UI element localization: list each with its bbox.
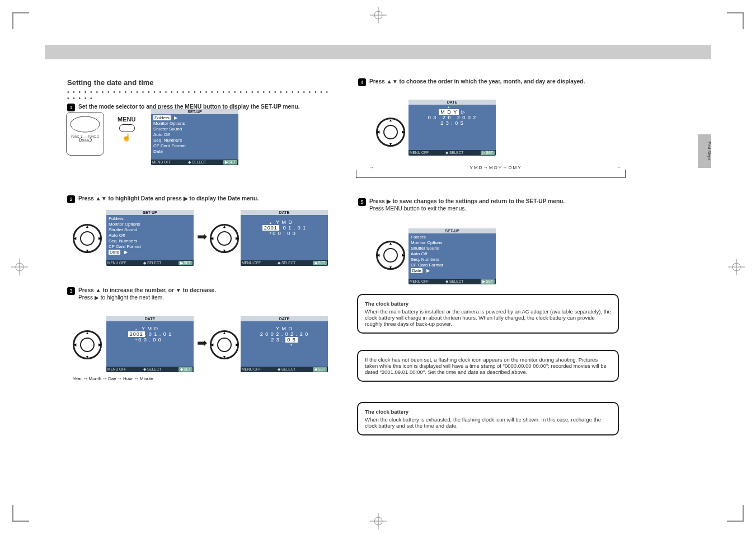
step-sub: Press ▶ to highlight the next item. (78, 294, 216, 301)
page-heading: Setting the date and time (67, 78, 330, 87)
flow-diagram: Year ↔ Month ↔ Day ↔ Hour ↔ Minute (73, 376, 153, 381)
info-body: When the main battery is installed or th… (365, 308, 611, 327)
info-box: If the clock has not been set, a flashin… (357, 350, 619, 382)
lcd-footer: MENU OFF◆ SELECT▶ SET (151, 160, 238, 165)
lcd-date: DATE Y M D 2002. 0 1 . 0 1 0 0 : 0 0 MEN… (106, 316, 194, 372)
lcd-title: SET-UP (151, 109, 238, 114)
step-text: Press ▶ to save changes to the settings … (369, 198, 565, 204)
lcd-list: Folders ▶ Monitor Options Shutter Sound … (151, 114, 238, 156)
lcd-date: DATE Y M D 2 0 0 2 . 0 3 . 2 0 2 3 : 0 5… (241, 316, 328, 372)
info-title: The clock battery (365, 301, 611, 307)
registration-mark (728, 259, 745, 275)
lcd-minute: 0 5 (285, 337, 298, 343)
step-number: 3 (67, 287, 75, 295)
right-arrow-icon: ➡ (197, 336, 207, 350)
lcd-item: Auto Off (109, 233, 191, 238)
multi-selector[interactable]: ▲▼◀▶ (376, 118, 402, 143)
lcd-setup: SET-UP Folders Monitor Options Shutter S… (408, 228, 496, 284)
right-arrow-icon: ➡ (197, 229, 207, 244)
header-band (45, 45, 711, 59)
registration-mark (370, 7, 387, 24)
info-body: If the clock has not been set, a flashin… (365, 357, 611, 375)
lcd-date: DATE Y M D 2001. 0 1 . 0 1 0 0 : 0 0 MEN… (241, 210, 328, 266)
svg-point-12 (71, 116, 100, 132)
lcd-setup-date: SET-UP Folders Monitor Options Shutter S… (106, 210, 194, 266)
step: 2 Press ▲▼ to highlight Date and press ▶… (67, 195, 330, 203)
lcd-item: Folders (153, 115, 171, 120)
step-number: 5 (358, 198, 366, 206)
info-box: The clock battery When the clock battery… (357, 402, 619, 435)
lcd-list: Folders Monitor Options Shutter Sound Au… (106, 215, 194, 256)
multi-selector[interactable]: ▲▼◀▶ (73, 224, 98, 250)
info-body: When the clock battery is exhausted, the… (365, 416, 611, 429)
step-number: 4 (358, 78, 366, 86)
multi-selector[interactable]: ▲▼◀▶ (376, 241, 402, 266)
lcd-item: Folders (109, 216, 191, 222)
info-title: The clock battery (365, 409, 611, 415)
multi-selector[interactable]: ▲▼◀▶ (210, 224, 236, 250)
lcd-item: Monitor Options (109, 222, 191, 227)
dial-label: MODE (79, 138, 92, 142)
dotted-rule: • • • • • • • • • • • • • • • • • • • • … (67, 89, 330, 101)
lcd-item: Seq. Numbers (109, 238, 191, 244)
lcd-item: Monitor Options (153, 121, 236, 127)
crop-mark (727, 12, 744, 29)
crop-mark (727, 505, 744, 522)
step-text: Press ▲▼ to highlight Date and press ▶ t… (78, 195, 259, 202)
lcd-title: SET-UP (106, 210, 194, 215)
lcd-item: Date (153, 149, 236, 154)
lcd-item: Shutter Sound (153, 127, 236, 132)
crop-mark (12, 505, 29, 522)
lcd-item: CF Card Format (153, 143, 236, 149)
step-text-wrap: Press ▶ to save changes to the settings … (369, 198, 565, 212)
step-number: 1 (67, 104, 75, 111)
info-box: The clock battery When the main battery … (357, 294, 619, 334)
crop-mark (12, 12, 29, 29)
step-text: Press ▲ to increase the number, or ▼ to … (78, 287, 216, 293)
step-text: Press ▲▼ to choose the order in which th… (369, 78, 585, 85)
step: 3 Press ▲ to increase the number, or ▼ t… (67, 287, 330, 301)
lcd-date: DATE M D Y ▷ 0 3 . 2 0 . 2 0 0 2 2 3 : 0… (408, 100, 496, 156)
registration-mark (370, 513, 387, 530)
lcd-setup: SET-UP Folders ▶ Monitor Options Shutter… (151, 109, 238, 165)
multi-selector[interactable]: ▲▼◀▶ (73, 330, 98, 356)
lcd-item: Seq. Numbers (153, 138, 236, 143)
step-number: 2 (67, 195, 75, 203)
step: 5 Press ▶ to save changes to the setting… (358, 198, 621, 212)
step-text-wrap: Press ▲ to increase the number, or ▼ to … (78, 287, 216, 301)
flow-box (356, 170, 626, 178)
step: 4 Press ▲▼ to choose the order in which … (358, 78, 621, 86)
lcd-item: Date (109, 250, 120, 255)
lcd-row: Y M D (241, 219, 328, 225)
step-sub: Press MENU button to exit the menus. (369, 205, 565, 212)
lcd-item: Shutter Sound (109, 227, 191, 233)
lcd-year: 2001 (262, 225, 279, 231)
mode-dial: FUNC. 1FUNC. 2 MODE (66, 112, 104, 156)
hand-icon: ☝ (122, 133, 131, 142)
registration-mark (11, 259, 28, 275)
sidebar-first-steps: First Steps (698, 134, 711, 168)
multi-selector[interactable]: ▲▼◀▶ (210, 330, 236, 356)
page: First Steps Setting the date and time • … (0, 0, 756, 534)
lcd-rest: . 0 1 . 0 1 (279, 225, 307, 231)
lcd-item: CF Card Format (109, 244, 191, 250)
lcd-time: 0 0 : 0 0 (241, 231, 328, 236)
lcd-order: M D Y (439, 109, 459, 115)
menu-button[interactable] (119, 124, 135, 132)
lcd-item: Auto Off (153, 132, 236, 138)
menu-button-label: MENU (118, 116, 135, 123)
